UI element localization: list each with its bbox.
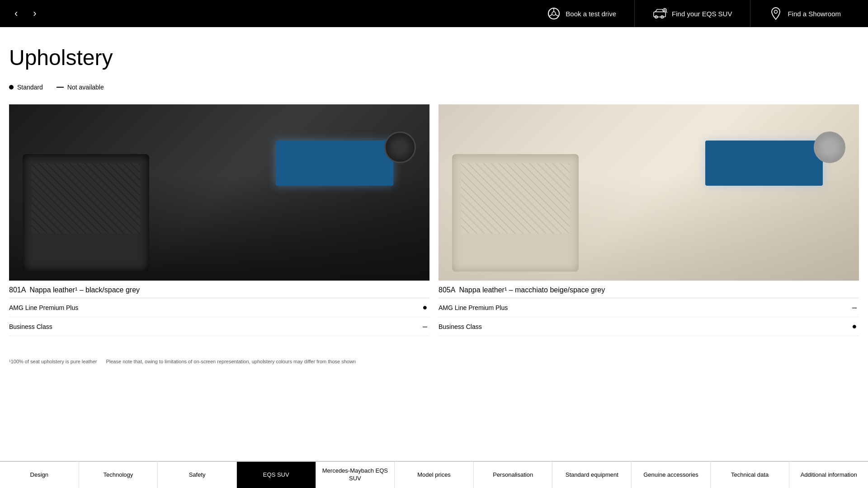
legend: Standard Not available — [9, 84, 859, 91]
car-card-801a: 801A Nappa leather¹ – black/space grey A… — [9, 104, 429, 336]
nav-arrows: ‹ › — [9, 4, 42, 23]
car-card-805a: 805A Nappa leather¹ – macchiato beige/sp… — [439, 104, 859, 336]
spec-label-business-801a: Business Class — [9, 323, 420, 330]
find-showroom-button[interactable]: Find a Showroom — [750, 0, 859, 27]
nav-design[interactable]: Design — [0, 462, 79, 488]
header-actions: Book a test drive Find your EQS SUV — [528, 0, 859, 27]
car-specs-801a: AMG Line Premium Plus ● Business Class – — [9, 298, 429, 336]
spec-label-amg-805a: AMG Line Premium Plus — [439, 304, 850, 311]
test-drive-label: Book a test drive — [566, 10, 616, 18]
not-available-label: Not available — [67, 84, 104, 91]
car-name-805a: Nappa leather¹ – macchiato beige/space g… — [459, 286, 605, 294]
spec-row-amg-801a: AMG Line Premium Plus ● — [9, 298, 429, 317]
test-drive-button[interactable]: Book a test drive — [528, 0, 634, 27]
nav-personalisation[interactable]: Personalisation — [474, 462, 553, 488]
not-available-dash-icon — [57, 87, 64, 88]
spec-value-business-801a: – — [420, 322, 429, 331]
nav-additional-information[interactable]: Additional information — [789, 462, 868, 488]
car-caption-805a: 805A Nappa leather¹ – macchiato beige/sp… — [439, 281, 859, 298]
forward-arrow-button[interactable]: › — [28, 4, 42, 23]
find-showroom-label: Find a Showroom — [788, 10, 841, 18]
nav-mercedes-maybach[interactable]: Mercedes-Maybach EQS SUV — [316, 462, 395, 488]
main-content: Upholstery Standard Not available 801A N… — [0, 27, 868, 409]
dashboard-dark-shape — [276, 141, 393, 186]
car-caption-801a: 801A Nappa leather¹ – black/space grey — [9, 281, 429, 298]
find-eqs-button[interactable]: Find your EQS SUV — [634, 0, 750, 27]
nav-standard-equipment[interactable]: Standard equipment — [552, 462, 632, 488]
page-title: Upholstery — [9, 45, 859, 70]
nav-safety[interactable]: Safety — [158, 462, 237, 488]
svg-point-1 — [552, 12, 556, 15]
spec-row-business-805a: Business Class ● — [439, 317, 859, 336]
spec-row-business-801a: Business Class – — [9, 317, 429, 336]
car-search-icon — [653, 6, 667, 21]
footnotes: ¹100% of seat upholstery is pure leather… — [9, 350, 859, 400]
svg-line-3 — [550, 14, 552, 16]
nav-model-prices[interactable]: Model prices — [395, 462, 474, 488]
svg-line-4 — [556, 14, 558, 16]
location-pin-icon — [769, 6, 783, 21]
car-code-805a: 805A — [439, 286, 455, 294]
footnote-2: Please note that, owing to limitations o… — [106, 359, 356, 364]
dashboard-light-shape — [705, 141, 823, 186]
back-arrow-button[interactable]: ‹ — [9, 4, 23, 23]
car-image-dark-bg — [9, 104, 429, 281]
find-eqs-label: Find your EQS SUV — [672, 10, 732, 18]
spec-label-business-805a: Business Class — [439, 323, 850, 330]
header: ‹ › Book a test drive — [0, 0, 868, 27]
nav-eqs-suv[interactable]: EQS SUV — [237, 462, 316, 488]
nav-genuine-accessories[interactable]: Genuine accessories — [632, 462, 711, 488]
car-image-805a[interactable] — [439, 104, 859, 281]
car-name-801a: Nappa leather¹ – black/space grey — [29, 286, 140, 294]
spec-label-amg-801a: AMG Line Premium Plus — [9, 304, 420, 311]
legend-not-available: Not available — [57, 84, 104, 91]
seat-dark-shape — [23, 154, 149, 272]
vent-light-shape — [814, 131, 845, 163]
bottom-nav: Design Technology Safety EQS SUV Mercede… — [0, 461, 868, 488]
upholstery-cards-grid: 801A Nappa leather¹ – black/space grey A… — [9, 104, 859, 336]
spec-value-amg-805a: – — [850, 303, 859, 312]
spec-value-business-805a: ● — [850, 322, 859, 331]
standard-label: Standard — [17, 84, 43, 91]
car-specs-805a: AMG Line Premium Plus – Business Class ● — [439, 298, 859, 336]
svg-point-12 — [774, 10, 778, 14]
seat-light-shape — [452, 154, 579, 272]
legend-standard: Standard — [9, 84, 43, 91]
steering-wheel-icon — [547, 6, 561, 21]
footnote-1: ¹100% of seat upholstery is pure leather — [9, 359, 97, 364]
nav-technology[interactable]: Technology — [79, 462, 158, 488]
car-image-light-bg — [439, 104, 859, 281]
car-image-801a[interactable] — [9, 104, 429, 281]
spec-value-amg-801a: ● — [420, 303, 429, 312]
car-code-801a: 801A — [9, 286, 25, 294]
spec-row-amg-805a: AMG Line Premium Plus – — [439, 298, 859, 317]
svg-line-9 — [666, 11, 667, 13]
standard-dot-icon — [9, 85, 14, 89]
vent-dark-shape — [384, 131, 416, 163]
nav-technical-data[interactable]: Technical data — [711, 462, 790, 488]
